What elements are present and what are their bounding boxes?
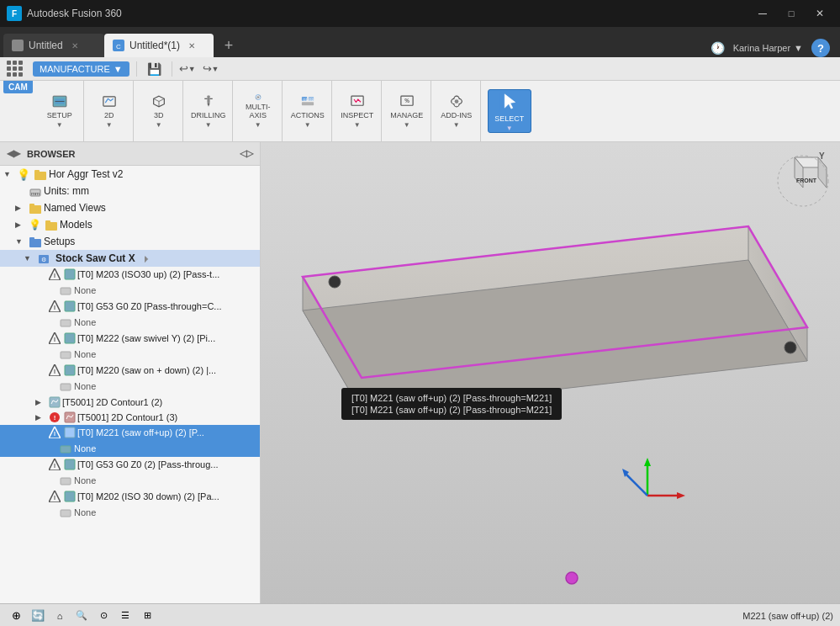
restore-button[interactable]: □ [778,5,805,22]
tree-item-setups[interactable]: ▼ Setups [0,233,260,250]
setup-button[interactable]: SETUP ▼ [41,93,78,130]
tree-label-op1: [T0] M203 (ISO30 up) (2) [Pass-t... [77,269,219,279]
svg-rect-57 [50,397,60,407]
tree-item-op2[interactable]: [T0] G53 G0 Z0 [Pass-through=C... [0,299,260,314]
none-icon-3 [59,347,72,361]
none-icon-7 [59,442,72,455]
manage-button[interactable]: % MANAGE ▼ [388,93,425,130]
tree-item-op3[interactable]: [T0] M222 (saw swivel Y) (2) [Pi... [0,331,260,346]
tree-item-none3[interactable]: None [0,346,260,363]
addins-icon [446,93,467,109]
viewport[interactable]: [T0] M221 (saw off+up) (2) [Pass-through… [261,142,840,603]
inspect-button[interactable]: INSPECT ▼ [339,93,376,130]
tab1-close[interactable]: ✕ [71,41,78,50]
svg-rect-8 [103,97,115,106]
tree-item-none2[interactable]: None [0,314,260,331]
tree-item-op6[interactable]: ▶ ! [T5001] 2D Contour1 (3) [0,410,260,425]
tree-label-none3: None [74,349,96,359]
tree-item-none7[interactable]: None [0,440,260,457]
svg-rect-30 [34,170,40,173]
tree-item-op8[interactable]: [T0] G53 G0 Z0 (2) [Pass-throug... [0,457,260,472]
folder-icon-models [45,218,58,231]
tree-item-units[interactable]: mm Units: mm [0,183,260,199]
add-tab-button[interactable]: + [217,34,240,57]
svg-rect-56 [61,384,71,390]
tree-item-op5[interactable]: ▶ [T5001] 2D Contour1 (2) [0,395,260,410]
tab2-close[interactable]: ✕ [188,41,195,50]
svg-rect-48 [61,320,71,326]
tree-item-none1[interactable]: None [0,282,260,299]
main-content: ◀▶ BROWSER ◁▷ ▼ 💡 Hor Aggr Test v2 mm Un… [0,142,840,603]
help-button[interactable]: ? [811,39,830,57]
manufacture-button[interactable]: MANUFACTURE ▼ [33,61,129,77]
manufacture-label: MANUFACTURE [40,64,110,74]
none-icon-1 [59,284,72,297]
sidebar-pin[interactable]: ◁▷ [240,148,253,159]
bottom-tool-section[interactable]: ⊙ [94,607,113,625]
svg-text:%: % [404,98,409,103]
topbar-right: 🕐 Karina Harper ▼ ? [711,39,837,57]
tree-label-op7: [T0] M221 (saw off+up) (2) [P... [77,427,204,438]
tree-item-op9[interactable]: [T0] M202 (ISO 30 down) (2) [Pa... [0,489,260,504]
light-icon-models: 💡 [29,219,41,231]
svg-marker-11 [207,103,209,107]
toolbar-main: CAM SETUP ▼ [0,81,840,141]
svg-rect-67 [65,459,75,470]
folder-icon-named-views [29,201,42,215]
tab-icon-2: C [113,40,124,51]
select-button[interactable]: SELECT ▼ [488,89,531,133]
bottom-tool-zoom[interactable]: 🔍 [72,607,91,625]
actions-button[interactable]: G1 G2 ACTIONS ▼ [289,93,326,130]
multiaxis-button[interactable]: MULTI-AXIS ▼ [240,93,277,130]
tree-item-setup1[interactable]: ▼ ⚙ Stock Saw Cut X ⏵ [0,250,260,267]
tree-item-models[interactable]: ▶ 💡 Models [0,216,260,233]
close-button[interactable]: ✕ [806,5,833,22]
tree-item-root[interactable]: ▼ 💡 Hor Aggr Test v2 [0,166,260,183]
svg-text:⚙: ⚙ [41,257,46,263]
save-button[interactable]: 💾 [144,61,165,77]
tabbar: Untitled ✕ C Untitled*(1) ✕ + 🕐 Karina H… [0,27,840,57]
minimize-button[interactable]: ─ [749,5,776,22]
toolbar-group-inspect: INSPECT ▼ [334,81,382,141]
user-chevron: ▼ [794,43,803,53]
drilling-icon [198,93,219,109]
tree-label-op8: [T0] G53 G0 Z0 (2) [Pass-throug... [77,459,219,470]
drilling-button[interactable]: DRILLING ▼ [190,93,227,130]
tree-item-op1[interactable]: [T0] M203 (ISO30 up) (2) [Pass-t... [0,267,260,282]
tree-item-op7[interactable]: [T0] M221 (saw off+up) (2) [P... [0,425,260,440]
none-icon-8 [59,474,72,487]
svg-text:mm: mm [31,191,40,196]
bottom-tool-pan[interactable]: ⊕ [7,607,25,625]
tree-item-op4[interactable]: [T0] M220 (saw on + down) (2) |... [0,363,260,378]
bottom-tool-home[interactable]: ⌂ [50,607,69,625]
clock-button[interactable]: 🕐 [711,41,725,55]
cube-widget[interactable]: Y FRONT [773,149,833,210]
tree-item-none4[interactable]: None [0,378,260,395]
tree-item-none8[interactable]: None [0,472,260,489]
2d-button[interactable]: 2D ▼ [91,93,128,130]
bottom-tool-grid[interactable]: ⊞ [138,607,156,625]
addins-button[interactable]: ADD-INS ▼ [438,93,475,130]
none-icon-4 [59,379,72,393]
sidebar-collapse-icon[interactable]: ◀▶ [7,148,20,159]
bottom-tool-orbit[interactable]: 🔄 [29,607,47,625]
bottom-tool-display[interactable]: ☰ [116,607,135,625]
op-body-icon-4 [64,364,76,376]
undo-button[interactable]: ↩▼ [179,62,196,75]
svg-rect-51 [65,333,75,343]
tab-untitled[interactable]: Untitled ✕ [3,34,104,57]
play-icon: ⏵ [142,253,151,263]
tab-untitled-1[interactable]: C Untitled*(1) ✕ [104,34,214,57]
inspect-icon [347,93,367,109]
svg-rect-52 [61,352,71,358]
redo-button[interactable]: ↪▼ [203,62,219,75]
tree-label-op9: [T0] M202 (ISO 30 down) (2) [Pa... [77,491,219,501]
tree-label-none2: None [74,317,96,327]
op-triangle-icon-4 [49,364,61,376]
user-button[interactable]: Karina Harper ▼ [733,43,803,53]
svg-rect-44 [61,288,71,294]
3d-button[interactable]: 3D ▼ [140,93,177,130]
tree-item-none9[interactable]: None [0,504,260,521]
tree-item-named-views[interactable]: ▶ Named Views [0,199,260,216]
tree-label-setup1: Stock Saw Cut X [52,252,139,265]
